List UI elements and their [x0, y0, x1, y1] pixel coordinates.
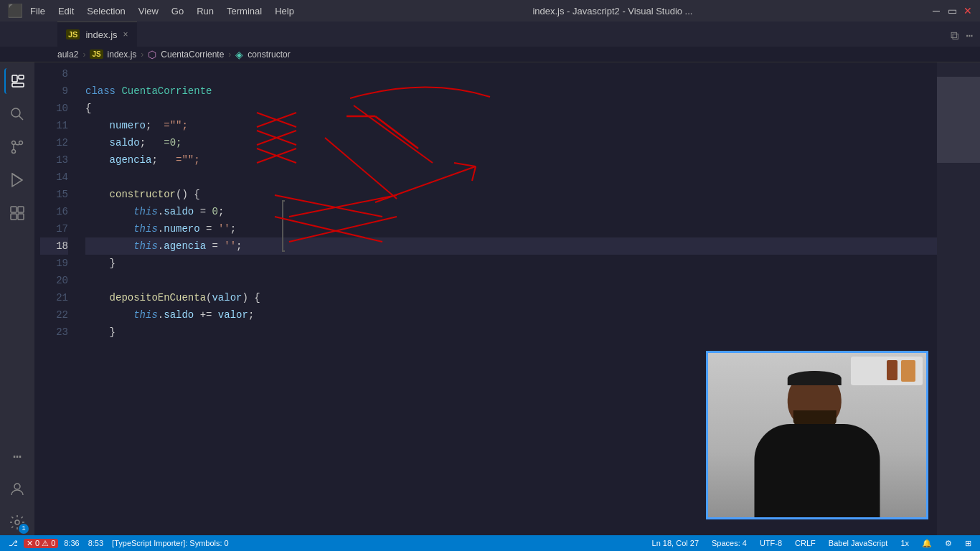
code-line-9: class CuentaCorriente — [85, 83, 937, 100]
tab-bar: JS index.js × ⧉ ⋯ — [0, 22, 980, 47]
git-icon: ⎇ — [9, 539, 18, 547]
breadcrumb-file-icon: JS — [90, 50, 103, 59]
js-file-icon: JS — [66, 29, 80, 39]
line-ending[interactable]: CRLF — [792, 539, 819, 547]
activity-bar: ⋯ 1 — [0, 62, 34, 535]
editor-actions: ⧉ ⋯ — [951, 29, 980, 47]
time-display[interactable]: 8:53 — [85, 539, 106, 547]
svg-rect-11 — [11, 214, 17, 220]
code-line-10: { — [85, 100, 937, 117]
svg-marker-8 — [12, 174, 22, 187]
svg-point-7 — [12, 150, 16, 154]
svg-rect-1 — [19, 75, 24, 79]
breadcrumb-folder[interactable]: aula2 — [57, 50, 78, 60]
explorer-icon[interactable] — [4, 68, 30, 94]
more-actions-icon[interactable]: ⋯ — [966, 29, 973, 43]
tab-filename: index.js — [85, 29, 117, 40]
error-x-icon: ✕ — [27, 539, 33, 548]
code-editor[interactable]: 8 9 10 11 12 13 14 15 16 17 18 19 20 21 … — [34, 62, 980, 535]
breadcrumb-class[interactable]: CuentaCorriente — [161, 50, 224, 60]
zoom-level[interactable]: 1x — [897, 539, 912, 547]
settings-icon[interactable]: 1 — [4, 509, 30, 535]
ts-importer-status: [TypeScript Importer]: Symbols: 0 — [109, 539, 232, 547]
breadcrumb: aula2 › JS index.js › ⬡ CuentaCorriente … — [0, 47, 980, 62]
code-line-8 — [85, 65, 937, 83]
statusbar: ⎇ ✕ 0 ⚠ 0 8:36 8:53 [TypeScript Importer… — [0, 535, 980, 551]
code-line-12: saldo; =0; — [85, 134, 937, 151]
notifications-icon[interactable]: 🔔 — [919, 539, 935, 548]
menu-bar: File Edit Selection View Go Run Terminal… — [30, 6, 294, 17]
breadcrumb-file[interactable]: index.js — [108, 50, 137, 60]
split-editor-icon[interactable]: ⧉ — [951, 29, 958, 43]
svg-rect-10 — [18, 207, 24, 212]
webcam-feed — [708, 353, 926, 517]
code-line-16: this.saldo = 0; — [85, 203, 937, 220]
code-line-17: this.numero = ''; — [85, 220, 937, 237]
maximize-button[interactable]: ▭ — [947, 6, 957, 16]
breadcrumb-class-icon: ⬡ — [148, 49, 156, 60]
tab-close-icon[interactable]: × — [123, 29, 128, 39]
svg-point-13 — [14, 484, 20, 489]
layout-icon[interactable]: ⊞ — [962, 539, 974, 548]
settings-gear-icon[interactable]: ⚙ — [942, 539, 955, 548]
menu-go[interactable]: Go — [171, 6, 184, 17]
extensions-icon[interactable] — [4, 200, 30, 226]
breadcrumb-method[interactable]: constructor — [248, 50, 290, 60]
minimap-thumb[interactable] — [937, 77, 980, 163]
tab-index-js[interactable]: JS index.js × — [57, 22, 137, 47]
code-line-20 — [85, 272, 937, 289]
code-line-14 — [85, 169, 937, 186]
source-control-icon[interactable] — [4, 134, 30, 160]
run-debug-icon[interactable] — [4, 167, 30, 193]
menu-help[interactable]: Help — [275, 6, 294, 17]
menu-view[interactable]: View — [138, 6, 159, 17]
vscode-logo: ⬛ — [7, 3, 23, 19]
main-area: ⋯ 1 8 9 10 11 12 13 14 15 16 17 18 — [0, 62, 980, 535]
titlebar: ⬛ File Edit Selection View Go Run Termin… — [0, 0, 980, 22]
file-encoding[interactable]: UTF-8 — [757, 539, 785, 547]
code-line-15: constructor() { — [85, 186, 937, 203]
svg-rect-12 — [18, 214, 24, 220]
svg-rect-0 — [12, 75, 17, 82]
error-number: 0 — [35, 539, 39, 547]
code-line-19: } — [85, 255, 937, 272]
close-button[interactable]: ✕ — [963, 6, 973, 16]
account-icon[interactable] — [4, 476, 30, 502]
git-branch[interactable]: ⎇ — [6, 539, 21, 548]
minimize-button[interactable]: ─ — [931, 6, 941, 16]
code-line-18: this.agencia = ''; — [85, 237, 937, 255]
menu-run[interactable]: Run — [197, 6, 214, 17]
settings-badge: 1 — [19, 524, 29, 534]
svg-point-6 — [19, 141, 23, 145]
statusbar-left: ⎇ ✕ 0 ⚠ 0 8:36 8:53 [TypeScript Importer… — [6, 539, 232, 548]
bracket-annotation — [282, 200, 285, 252]
webcam-overlay — [706, 351, 928, 519]
menu-selection[interactable]: Selection — [87, 6, 125, 17]
cursor-position[interactable]: Ln 18, Col 27 — [649, 539, 702, 547]
menu-edit[interactable]: Edit — [58, 6, 74, 17]
breadcrumb-method-icon: ◈ — [235, 49, 243, 60]
error-count[interactable]: ✕ 0 ⚠ 0 — [24, 539, 58, 548]
language-mode[interactable]: Babel JavaScript — [826, 539, 891, 547]
code-line-21: depositoEnCuenta(valor) { — [85, 289, 937, 306]
timer-display[interactable]: 8:36 — [61, 539, 82, 547]
svg-rect-9 — [11, 207, 17, 212]
menu-terminal[interactable]: Terminal — [227, 6, 262, 17]
indentation[interactable]: Spaces: 4 — [709, 539, 750, 547]
svg-point-5 — [12, 141, 16, 145]
svg-rect-2 — [12, 83, 24, 87]
svg-line-4 — [19, 116, 24, 121]
statusbar-right: Ln 18, Col 27 Spaces: 4 UTF-8 CRLF Babel… — [649, 539, 974, 548]
warning-number: 0 — [51, 539, 55, 547]
minimap[interactable] — [937, 62, 980, 535]
window-title: index.js - Javascript2 - Visual Studio .… — [294, 6, 931, 17]
menu-file[interactable]: File — [30, 6, 45, 17]
svg-point-3 — [11, 108, 20, 117]
code-line-11: numero; =""; — [85, 117, 937, 134]
code-line-23: } — [85, 324, 937, 341]
more-tools-icon[interactable]: ⋯ — [4, 443, 30, 469]
search-icon[interactable] — [4, 101, 30, 127]
svg-point-14 — [15, 520, 19, 524]
code-line-13: agencia; =""; — [85, 151, 937, 169]
code-line-22: this.saldo += valor; — [85, 306, 937, 324]
